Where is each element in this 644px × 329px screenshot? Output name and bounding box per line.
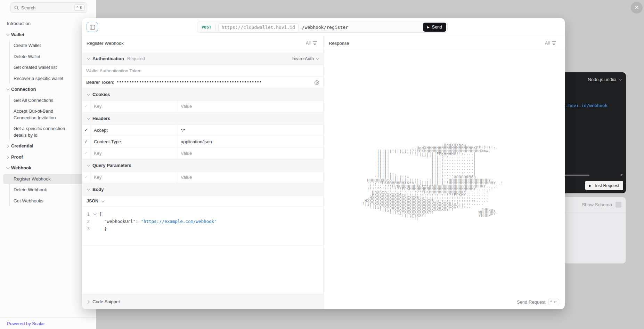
play-icon: ▶ xyxy=(427,25,430,29)
header-value-input[interactable] xyxy=(181,151,323,156)
chevron-down-icon xyxy=(619,77,622,81)
sidebar-item-recover-specific-wallet[interactable]: Recover a specific walletPOST xyxy=(10,73,76,84)
chevron-down-icon xyxy=(87,92,90,96)
body-format-dropdown[interactable]: JSON xyxy=(82,195,323,207)
query-value-input[interactable] xyxy=(181,175,323,180)
chevron-down-icon xyxy=(316,56,319,60)
app-screen: ^ K Introduction Wallet Create WalletPOS… xyxy=(0,0,644,329)
api-client-modal: POST https://cloudwallet.hovi.id /webhoo… xyxy=(82,18,565,309)
search-box[interactable]: ^ K xyxy=(10,2,87,13)
auth-token-description-row: Wallet Authentication Token xyxy=(82,65,323,77)
test-request-button[interactable]: ▶ Test Request xyxy=(585,181,623,190)
sidebar-item-delete-wallet[interactable]: Delete Wallet xyxy=(10,51,76,62)
chevron-right-icon xyxy=(86,300,90,304)
ascii-art: .UodXHXbou... ..UodXHHHHHHHHHHHHHHHHHHHK… xyxy=(362,144,503,220)
chevron-right-icon xyxy=(6,145,9,148)
sidebar-group-wallet[interactable]: Wallet xyxy=(0,29,96,40)
sidebar-group-webhook[interactable]: Webhook xyxy=(0,162,96,174)
panel-divider xyxy=(323,36,324,309)
cookie-value-input[interactable] xyxy=(181,104,323,109)
chevron-down-icon xyxy=(101,199,105,202)
row-checkbox[interactable]: ✓ xyxy=(82,136,90,147)
eye-icon xyxy=(314,80,319,85)
sidebar-item-introduction[interactable]: Introduction xyxy=(0,18,96,29)
search-shortcut-badge: ^ K xyxy=(74,5,85,11)
sidebar-item-create-wallet[interactable]: Create WalletPOST xyxy=(10,40,76,51)
address-bar: POST https://cloudwallet.hovi.id /webhoo… xyxy=(197,22,448,33)
query-row-empty: ✓ xyxy=(82,171,323,183)
filter-icon xyxy=(313,41,317,45)
chevron-down-icon xyxy=(87,163,90,167)
chevron-down-icon xyxy=(87,116,90,120)
chevron-right-icon xyxy=(6,155,9,159)
reveal-token-button[interactable] xyxy=(313,79,320,86)
bearer-token-row: Bearer Token: ••••••••••••••••••••••••••… xyxy=(82,77,323,88)
base-url-field[interactable]: https://cloudwallet.hovi.id xyxy=(218,23,299,31)
modal-topbar: POST https://cloudwallet.hovi.id /webhoo… xyxy=(82,18,565,36)
sidebar-item-register-webhook[interactable]: Register WebhookPOST xyxy=(10,174,76,185)
sidebar-item-get-specific-connection[interactable]: Get a speicific connection details by id xyxy=(10,123,76,141)
header-row-empty: ✓ xyxy=(82,147,323,159)
header-value[interactable]: application/json xyxy=(177,136,323,147)
sidebar-nav: Introduction Wallet Create WalletPOST De… xyxy=(0,0,96,206)
close-modal-button[interactable]: ✕ xyxy=(631,2,643,14)
row-checkbox[interactable]: ✓ xyxy=(82,101,90,112)
chevron-down-icon xyxy=(87,187,90,191)
query-key-input[interactable] xyxy=(94,175,177,180)
request-panel-title: Register Webhook xyxy=(87,36,124,50)
header-key[interactable]: Accept xyxy=(90,125,177,136)
sidebar-item-delete-webhook[interactable]: Delete Webhook xyxy=(10,184,76,195)
show-schema-label: Show Schema xyxy=(582,202,612,207)
chevron-down-icon xyxy=(6,32,10,36)
row-checkbox[interactable]: ✓ xyxy=(82,125,90,136)
header-key-input[interactable] xyxy=(94,151,177,156)
bearer-token-label: Bearer Token: xyxy=(86,80,114,85)
bearer-token-field[interactable]: ••••••••••••••••••••••••••••••••••••••••… xyxy=(117,80,310,85)
required-tag: Required xyxy=(127,56,145,61)
send-request-hint[interactable]: Send Request ^ ↵ xyxy=(517,299,559,305)
sidebar-group-credential[interactable]: Credential xyxy=(0,141,96,152)
panel-layout-icon xyxy=(90,25,95,30)
address-separator xyxy=(215,24,215,30)
sidebar-item-accept-oob-invitation[interactable]: Accept Out-of-Band Connection Invitation… xyxy=(10,106,76,123)
body-section-header[interactable]: Body xyxy=(82,183,323,195)
line-number: 2 xyxy=(82,219,90,224)
play-icon: ▶ xyxy=(589,184,592,187)
sidebar-item-get-all-connections[interactable]: Get All Connections xyxy=(10,95,76,106)
request-filter-button[interactable]: All xyxy=(306,36,317,50)
header-key[interactable]: Content-Type xyxy=(90,136,177,147)
code-snippet-section-header[interactable]: Code Snippet xyxy=(82,294,323,309)
send-button[interactable]: ▶ Send xyxy=(423,23,446,32)
cookie-key-input[interactable] xyxy=(94,104,177,109)
filter-icon xyxy=(552,41,556,45)
row-checkbox[interactable]: ✓ xyxy=(82,171,90,183)
sidebar-footer: Powered by Scalar xyxy=(0,318,96,329)
sidebar-group-proof[interactable]: Proof xyxy=(0,152,96,163)
path-field[interactable]: /webhook/register xyxy=(302,25,348,30)
request-panel: Authentication Required bearerAuth Walle… xyxy=(82,53,323,246)
sidebar-group-connection[interactable]: Connection xyxy=(0,84,96,95)
response-filter-button[interactable]: All xyxy=(545,36,556,50)
sidebar-item-get-webhooks[interactable]: Get Webhooks xyxy=(10,195,76,207)
authentication-section-header[interactable]: Authentication Required bearerAuth xyxy=(82,53,323,65)
query-parameters-section-header[interactable]: Query Parameters xyxy=(82,159,323,171)
line-number: 1 xyxy=(82,211,90,217)
sidebar-item-get-created-wallet-list[interactable]: Get created wallet list xyxy=(10,62,76,73)
search-input[interactable] xyxy=(21,5,72,10)
collapse-chevron-icon[interactable] xyxy=(93,212,97,215)
header-value[interactable]: */* xyxy=(177,125,323,136)
powered-by-scalar-link[interactable]: Powered by Scalar xyxy=(7,321,45,326)
show-schema-checkbox[interactable] xyxy=(616,202,621,208)
cookies-section-header[interactable]: Cookies xyxy=(82,88,323,101)
header-row-content-type: ✓ Content-Type application/json xyxy=(82,136,323,147)
chevron-down-icon xyxy=(87,56,90,60)
auth-scheme-dropdown[interactable]: bearerAuth xyxy=(292,56,318,61)
sidebar-toggle-button[interactable] xyxy=(87,22,98,32)
row-checkbox[interactable]: ✓ xyxy=(82,147,90,159)
headers-section-header[interactable]: Headers xyxy=(82,112,323,125)
scroll-right-arrow-icon: ▶ xyxy=(621,173,623,176)
chevron-down-icon xyxy=(6,166,10,169)
body-code-editor[interactable]: 1 { 2 "webhookUrl": "https://example.com… xyxy=(82,207,323,246)
search-icon xyxy=(14,6,19,10)
header-row-accept: ✓ Accept */* xyxy=(82,125,323,136)
